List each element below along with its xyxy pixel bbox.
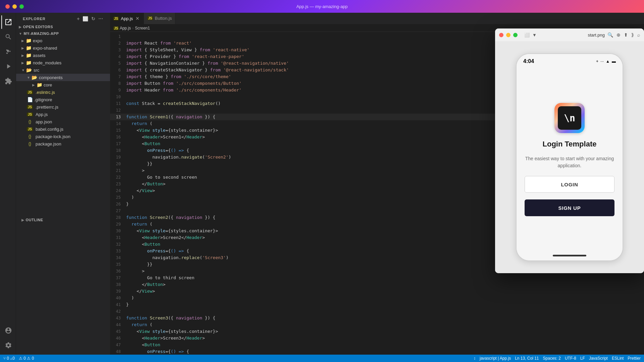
code-line: 46 <Header>Screen3</Header> xyxy=(110,335,644,342)
code-line: 47 <Button xyxy=(110,342,644,348)
tree-item-eslintrc[interactable]: JS .eslintrc.js xyxy=(16,88,110,96)
activity-settings[interactable] xyxy=(1,339,15,352)
preview-maximize-btn[interactable] xyxy=(513,33,518,37)
line-number: 43 xyxy=(110,315,126,321)
minimize-button[interactable] xyxy=(12,4,17,9)
status-line-ending[interactable]: LF xyxy=(580,356,585,361)
activity-source-control[interactable] xyxy=(1,45,15,58)
activity-account[interactable] xyxy=(1,324,15,337)
line-number: 8 xyxy=(110,80,126,87)
preview-dropdown-icon[interactable]: ▼ xyxy=(532,33,537,38)
tree-item-src[interactable]: ▼ 📂 src xyxy=(16,66,110,74)
preview-nav-right: 🔍 ⊕ ⬆ ⟫ ⌕ xyxy=(607,32,640,38)
status-git-branch[interactable]: ⑂ 0 △0 xyxy=(3,356,15,361)
collapse-icon[interactable]: ⋯ xyxy=(98,16,103,21)
new-folder-icon[interactable]: ⬜ xyxy=(83,16,89,21)
folder-open-icon: 📂 xyxy=(32,75,38,80)
status-spaces[interactable]: Spaces: 2 xyxy=(543,356,561,361)
breadcrumb-scope: Screen1 xyxy=(135,26,150,31)
tree-item-label: babel.config.js xyxy=(34,127,63,132)
tree-item-label: assets xyxy=(33,53,46,58)
preview-search-icon[interactable]: 🔍 xyxy=(607,32,613,38)
phone-add-icon: + xyxy=(596,59,598,64)
preview-title-bar: ⬜ ▼ start.png 🔍 ⊕ ⬆ ⟫ ⌕ xyxy=(495,28,644,41)
tree-item-gitignore[interactable]: 📄 .gitignore xyxy=(16,96,110,103)
phone-signup-button[interactable]: SIGN UP xyxy=(525,199,614,216)
preview-nav-icons: ⬜ ▼ xyxy=(524,33,585,38)
tree-item-expo-shared[interactable]: ▶ 📁 expo-shared xyxy=(16,44,110,52)
tree-item-packagejson[interactable]: {} package.json xyxy=(16,140,110,147)
preview-zoom-in-icon[interactable]: ⊕ xyxy=(616,32,621,38)
line-number: 1 xyxy=(110,33,126,40)
tree-item-label: expo-shared xyxy=(33,46,57,51)
new-file-icon[interactable]: + xyxy=(77,16,80,21)
preview-sidebar-icon[interactable]: ⬜ xyxy=(524,33,530,38)
status-left: ⑂ 0 △0 ⚠ 0 ⚠ 0 xyxy=(3,356,34,361)
preview-title-text: start.png xyxy=(588,33,605,38)
tree-item-core[interactable]: ▶ 📁 core xyxy=(16,81,110,88)
folder-arrow-icon: ▶ xyxy=(21,39,24,43)
outline-toggle[interactable]: ▶ OUTLINE xyxy=(19,217,107,223)
preview-share-icon[interactable]: ⬆ xyxy=(624,32,628,38)
line-number: 4 xyxy=(110,53,126,60)
activity-extensions[interactable] xyxy=(1,74,15,88)
line-number: 29 xyxy=(110,221,126,228)
tab-appjs[interactable]: JS App.js ✕ xyxy=(110,13,144,24)
line-content: Go to third screen xyxy=(126,275,644,281)
tree-item-appjson[interactable]: {} app.json xyxy=(16,118,110,125)
line-number: 44 xyxy=(110,321,126,328)
status-ln-col[interactable]: Ln 13, Col 11 xyxy=(515,356,539,361)
status-errors[interactable]: ⚠ 0 ⚠ 0 xyxy=(19,356,34,361)
status-git-sync[interactable]: ↕ xyxy=(474,356,476,361)
status-prettier[interactable]: Prettier xyxy=(628,356,641,361)
open-editors-toggle[interactable]: ▶ OPEN EDITORS xyxy=(16,23,110,30)
tree-item-expo[interactable]: ▶ 📁 expo xyxy=(16,37,110,44)
outline-arrow: ▶ xyxy=(21,218,24,222)
close-button[interactable] xyxy=(5,4,10,9)
file-icon: 📄 xyxy=(27,97,33,102)
code-line: 43function Screen3({ navigation }) { xyxy=(110,315,644,321)
code-line: 42 xyxy=(110,308,644,315)
line-number: 12 xyxy=(110,107,126,114)
tree-item-label: src xyxy=(34,68,39,73)
tree-item-label: node_modules xyxy=(33,60,61,65)
tree-item-assets[interactable]: ▶ 📁 assets xyxy=(16,52,110,59)
line-number: 19 xyxy=(110,154,126,161)
line-number: 32 xyxy=(110,241,126,248)
tree-item-appjs[interactable]: JS App.js xyxy=(16,111,110,118)
folder-arrow-icon: ▶ xyxy=(32,83,35,87)
status-language[interactable]: JavaScript xyxy=(589,356,608,361)
folder-icon: 📁 xyxy=(25,53,32,58)
activity-run[interactable] xyxy=(1,60,15,73)
line-number: 20 xyxy=(110,161,126,167)
tab-close-icon[interactable]: ✕ xyxy=(135,16,140,21)
open-editors-label: OPEN EDITORS xyxy=(23,25,53,29)
tree-item-label: components xyxy=(39,75,63,80)
home-bar xyxy=(553,255,586,256)
tree-item-package-lock[interactable]: {} package-lock.json xyxy=(16,133,110,140)
status-js-mode[interactable]: javascript | App.js xyxy=(480,356,511,361)
tree-item-node-modules[interactable]: ▶ 📁 node_modules xyxy=(16,59,110,66)
sidebar-title: EXPLORER xyxy=(23,17,46,21)
window-controls xyxy=(5,4,24,9)
line-number: 31 xyxy=(110,234,126,241)
activity-explorer[interactable] xyxy=(1,15,15,29)
project-toggle[interactable]: ▼ MY-AMAZING-APP xyxy=(16,30,110,37)
phone-dots-icon: ··· xyxy=(600,59,604,64)
tree-item-babel[interactable]: JS babel.config.js xyxy=(16,125,110,133)
status-encoding[interactable]: UTF-8 xyxy=(565,356,576,361)
tab-buttonjs[interactable]: JS Button.js xyxy=(144,13,175,24)
phone-login-button[interactable]: LOGIN xyxy=(525,176,614,193)
preview-forward-icon[interactable]: ⟫ xyxy=(631,32,634,38)
preview-close-btn[interactable] xyxy=(499,33,503,37)
maximize-button[interactable] xyxy=(19,4,24,9)
tree-item-prettierrc[interactable]: JS .prettierrc.js xyxy=(16,103,110,111)
status-eslint[interactable]: ESLint xyxy=(612,356,624,361)
tree-item-components[interactable]: ▼ 📂 components xyxy=(16,74,110,81)
activity-search[interactable] xyxy=(1,30,15,44)
folder-arrow-icon: ▼ xyxy=(27,76,30,79)
preview-toolbar-search-icon[interactable]: ⌕ xyxy=(637,32,640,38)
refresh-icon[interactable]: ↻ xyxy=(91,16,96,21)
app-logo-text: \n xyxy=(564,113,575,124)
preview-minimize-btn[interactable] xyxy=(506,33,511,37)
